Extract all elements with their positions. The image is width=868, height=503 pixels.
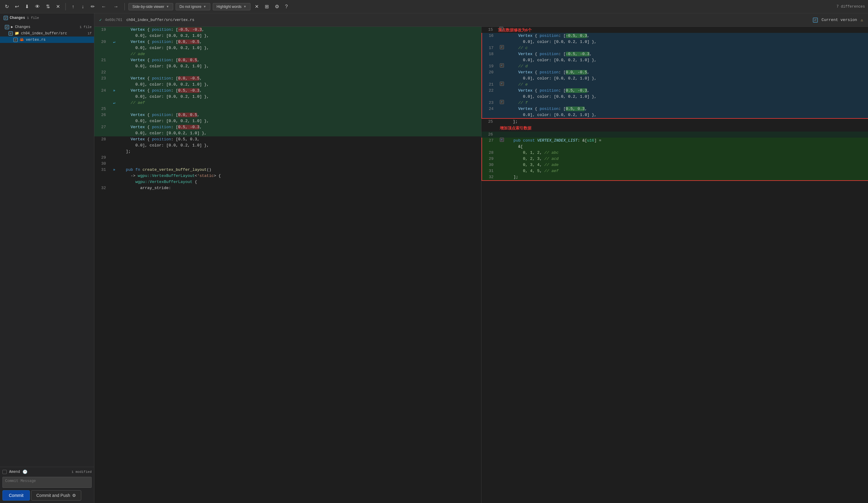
left-line-22: 22 — [94, 70, 481, 75]
right-line-23: 23 // f — [482, 100, 868, 106]
tree-arrow-changes: ▶ — [11, 25, 13, 29]
side-by-side-button[interactable]: Side-by-side viewer ▼ — [128, 3, 173, 10]
changes-label: Changes — [10, 16, 25, 20]
right-line-22b: 0.0], color: [0.0, 0.2, 1.0] }, — [482, 94, 868, 100]
left-line-24b: 0.0], color: [0.0, 0.2, 1.0] }, — [94, 94, 481, 100]
diff-file-header: ✓ 4e60c761 ch04_index_buffer/src/vertex.… — [94, 13, 868, 27]
tree-label-folder: ch04_index_buffer/src — [21, 31, 67, 35]
right-line-30: 30 0, 3, 4, // ade — [482, 162, 868, 168]
sidebar: ✓ Changes 1 file ✓ ▶ Changes 1 file ✓ 📁 … — [0, 13, 94, 503]
commit-push-button[interactable]: Commit and Push ⚙ — [31, 490, 81, 501]
left-line-21: 21 Vertex { position: [0.0, 0.5, — [94, 57, 481, 63]
edit-button[interactable]: ✏ — [89, 2, 96, 11]
right-line-27b: &[ — [482, 144, 868, 150]
left-line-28b: 0.0], color: [0.0, 0.2, 1.0] }, — [94, 143, 481, 148]
commit-push-settings-icon[interactable]: ⚙ — [72, 493, 76, 498]
commit-message-input[interactable] — [2, 477, 92, 488]
warning-icon: ⚠ — [861, 18, 863, 22]
amend-checkbox[interactable] — [2, 470, 7, 474]
tree-badge-folder: 1f — [87, 32, 92, 35]
annotation-label-1: 顶点数据修改为6个 — [497, 27, 533, 33]
left-line-27b: 0.0], color: [0.0,0.2, 1.0] }, — [94, 130, 481, 136]
diff-file-path: 4e60c761 ch04_index_buffer/src/vertex.rs — [105, 18, 194, 22]
left-line-21b: 0.0], color: [0.0, 0.2, 1.0] }, — [94, 63, 481, 70]
help-button[interactable]: ? — [283, 3, 290, 11]
differences-count: 7 differences — [836, 4, 865, 9]
close-diff-button[interactable]: ✕ — [253, 2, 260, 11]
right-line-20b: 0.0], color: [0.0, 0.2, 1.0] }, — [482, 75, 868, 82]
left-line-29: 29 — [94, 155, 481, 161]
tree-checkbox-vertex[interactable]: ✓ — [13, 38, 18, 42]
left-line-20b: 0.0], color: [0.0, 0.2, 1.0] }, — [94, 45, 481, 51]
tree-label-vertex: vertex.rs — [26, 38, 46, 42]
left-line-31: 31 » pub fn create_vertex_buffer_layout(… — [94, 167, 481, 173]
right-line-25: 25 ]; — [482, 119, 868, 125]
swap-button[interactable]: ⇅ — [44, 2, 52, 11]
right-line-19: 19 // d — [482, 63, 868, 70]
commit-hash: 4e60c761 — [105, 18, 122, 22]
right-line-29: 29 0, 2, 3, // acd — [482, 156, 868, 162]
right-line-24b: 0.0], color: [0.0, 0.2, 1.0] }, — [482, 112, 868, 119]
file-count-badge: 1 file — [27, 16, 39, 20]
main-area: ✓ Changes 1 file ✓ ▶ Changes 1 file ✓ 📁 … — [0, 13, 868, 503]
right-line-16: 16 Vertex { position: [-0.5, 0.3, — [482, 33, 868, 39]
refresh-button[interactable]: ↻ — [3, 2, 11, 11]
annotation-label-2: 增加顶点索引数据 — [482, 125, 868, 132]
checkbox-23[interactable] — [500, 100, 504, 104]
undo-button[interactable]: ↩ — [13, 2, 21, 11]
top-toolbar: ↻ ↩ ⬇ 👁 ⇅ ✕ ↑ ↓ ✏ ← → Side-by-side viewe… — [0, 0, 868, 13]
left-code-area: 19 Vertex { position: [-0.5, -0.3, 0.0],… — [94, 27, 481, 191]
arrow-left-button[interactable]: ← — [99, 3, 108, 11]
left-line-aef: ↵ // aef — [94, 100, 481, 106]
right-line-28: 28 0, 1, 2, // abc — [482, 150, 868, 156]
rust-file-icon: 🦀 — [20, 38, 24, 42]
diff-viewer: ✓ 4e60c761 ch04_index_buffer/src/vertex.… — [94, 13, 868, 503]
checkbox-21[interactable] — [500, 82, 504, 86]
left-line-19b: 0.0], color: [0.0, 0.2, 1.0] }, — [94, 33, 481, 39]
checkbox-17[interactable] — [500, 45, 504, 49]
do-not-ignore-button[interactable]: Do not ignore ▼ — [176, 3, 210, 10]
sidebar-header: ✓ Changes 1 file — [0, 13, 94, 22]
tree-checkbox-changes[interactable]: ✓ — [5, 25, 9, 29]
highlight-words-button[interactable]: Highlight words ▼ — [213, 3, 250, 10]
arrow-right-button[interactable]: → — [111, 3, 121, 11]
right-line-24: 24 Vertex { position: [0.5, 0.3, — [482, 106, 868, 112]
left-line-25: 25 — [94, 106, 481, 112]
folder-icon: 📁 — [14, 31, 19, 35]
checkbox-19[interactable] — [500, 63, 504, 68]
sidebar-tree: ✓ ▶ Changes 1 file ✓ 📁 ch04_index_buffer… — [0, 22, 94, 467]
eye-button[interactable]: 👁 — [33, 3, 42, 11]
left-line-31b: -> wgpu::VertexBufferLayout<'static> { — [94, 173, 481, 179]
left-line-26: 26 Vertex { position: [0.0, 0.5, — [94, 112, 481, 118]
right-diff-panel[interactable]: 顶点数据修改为6个 15 16 V — [481, 27, 868, 503]
left-diff-panel[interactable]: 19 Vertex { position: [-0.5, -0.3, 0.0],… — [94, 27, 481, 503]
left-line-23: 23 Vertex { position: [0.0, -0.5, — [94, 75, 481, 82]
left-line-31c: wgpu::VertexBufferLayout { — [94, 179, 481, 185]
tree-badge-changes: 1 file — [80, 25, 92, 29]
close-top-button[interactable]: ✕ — [54, 2, 62, 11]
commit-button[interactable]: Commit — [2, 490, 30, 501]
side-by-side-label: Side-by-side viewer — [132, 4, 164, 9]
nav-up-button[interactable]: ↑ — [69, 3, 77, 11]
right-line-21: 21 // e — [482, 82, 868, 88]
download-button[interactable]: ⬇ — [23, 2, 31, 11]
columns-button[interactable]: ⊞ — [263, 2, 271, 11]
amend-label: Amend — [9, 470, 20, 474]
right-line-15: 15 — [482, 27, 868, 33]
changes-checkbox[interactable]: ✓ — [4, 16, 8, 20]
tree-item-vertex[interactable]: ✓ 🦀 vertex.rs — [0, 37, 94, 43]
left-line-20: 20 ↵ Vertex { position: [0.0, -0.5, — [94, 39, 481, 45]
separator2 — [124, 3, 125, 10]
tree-checkbox-folder[interactable]: ✓ — [9, 31, 13, 35]
left-line-28: 28 Vertex { position: [0.5, 0.3, — [94, 136, 481, 143]
settings-toolbar-button[interactable]: ⚙ — [273, 2, 281, 11]
right-line-32: 32 ]; — [482, 174, 868, 181]
left-line-close: ]; — [94, 148, 481, 155]
tree-item-changes[interactable]: ✓ ▶ Changes 1 file — [0, 24, 94, 30]
tree-label-changes: Changes — [15, 25, 30, 29]
current-version-checkbox[interactable]: ✓ — [813, 18, 818, 22]
checkbox-27[interactable] — [500, 137, 504, 142]
nav-down-button[interactable]: ↓ — [79, 3, 86, 11]
tree-item-folder[interactable]: ✓ 📁 ch04_index_buffer/src 1f — [0, 30, 94, 37]
clock-icon: 🕐 — [22, 470, 28, 474]
